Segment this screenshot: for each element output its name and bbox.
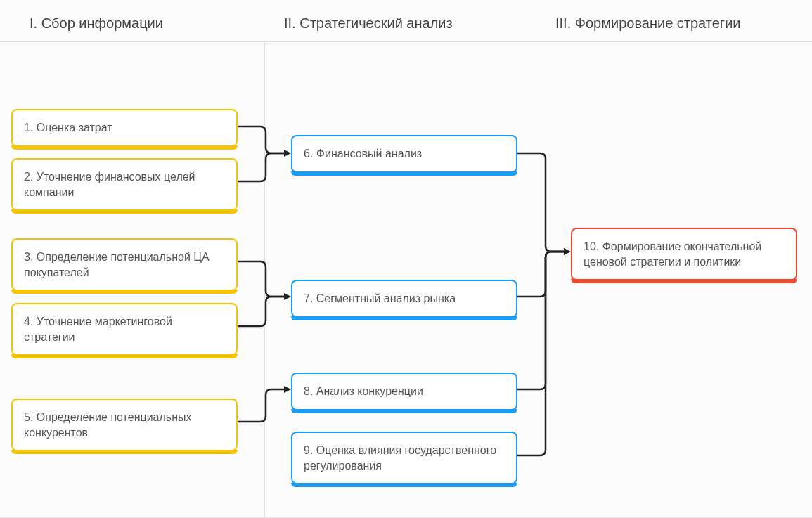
step-6-box: 6. Финансовый анализ xyxy=(291,135,517,173)
step-1-box: 1. Оценка затрат xyxy=(11,109,238,147)
step-8-box: 8. Анализ конкуренции xyxy=(291,373,517,410)
step-7-box: 7. Сегментный анализ рынка xyxy=(291,280,517,318)
step-2-box: 2. Уточнение финансовых целей компании xyxy=(11,158,238,211)
step-3-box: 3. Определение потенциальной ЦА покупате… xyxy=(11,238,238,291)
svg-marker-0 xyxy=(284,150,291,157)
column-header-row: I. Сбор информации II. Стратегический ан… xyxy=(0,0,812,42)
column-divider xyxy=(264,42,265,518)
column-2-title: II. Стратегический анализ xyxy=(284,0,453,32)
svg-marker-1 xyxy=(284,293,291,300)
column-3-title: III. Формирование стратегии xyxy=(555,0,741,32)
column-1-title: I. Сбор информации xyxy=(30,0,163,32)
step-9-box: 9. Оценка влияния государственного регул… xyxy=(291,432,517,484)
step-10-box: 10. Формирование окончательной ценовой с… xyxy=(571,228,797,280)
step-4-box: 4. Уточнение маркетинговой стратегии xyxy=(11,303,238,356)
step-5-box: 5. Определение потенциальных конкурентов xyxy=(11,399,238,451)
svg-marker-3 xyxy=(564,248,571,255)
svg-marker-2 xyxy=(284,386,291,393)
